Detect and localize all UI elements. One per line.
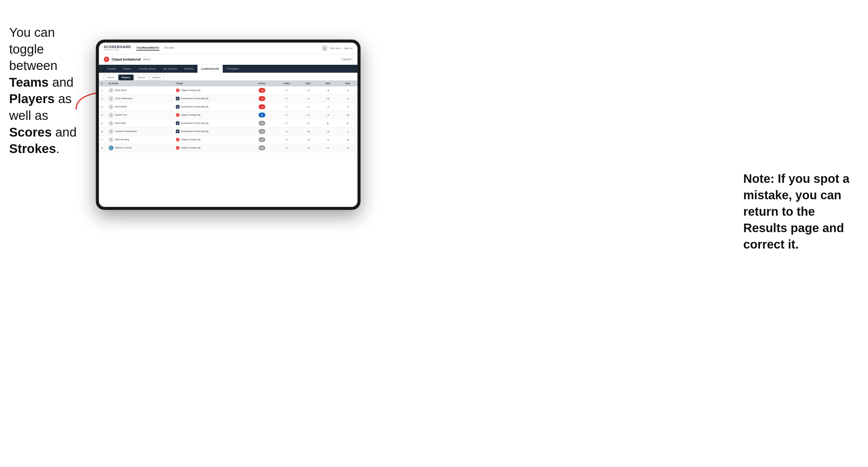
sub-tab-players[interactable]: Players xyxy=(118,74,133,80)
cell-player: Marcus Turners xyxy=(106,144,174,152)
svg-point-4 xyxy=(111,105,112,107)
tab-course-setup[interactable]: Course Setup xyxy=(135,65,159,73)
table-row: 2 Chris Robertson SScoreboard University… xyxy=(99,95,358,103)
cell-rd2: E xyxy=(318,119,338,127)
cell-total: -8 xyxy=(249,86,275,95)
svg-point-8 xyxy=(111,138,112,139)
svg-point-3 xyxy=(111,97,112,99)
cell-rd1: +2 xyxy=(299,136,318,144)
col-player: PLAYER xyxy=(106,81,174,86)
tab-tee-groups[interactable]: Tee Groups xyxy=(159,65,181,73)
team-logo: C xyxy=(176,138,180,142)
logo-text: SCOREBOARD xyxy=(104,45,131,49)
tablet-frame: SCOREBOARD Powered by clippd TOURNAMENTS… xyxy=(96,39,361,210)
sign-out-link[interactable]: Sign out xyxy=(344,47,352,50)
cell-team: CClippd College [A] xyxy=(174,86,249,95)
top-nav: SCOREBOARD Powered by clippd TOURNAMENTS… xyxy=(99,42,358,54)
cell-total: +11 xyxy=(249,144,275,152)
cell-thru: F xyxy=(275,111,299,119)
cell-total: -4 xyxy=(249,95,275,103)
team-logo: S xyxy=(176,130,180,133)
sub-tab-teams[interactable]: Teams xyxy=(104,74,118,80)
player-avatar xyxy=(108,113,114,118)
cell-rank: 7 xyxy=(99,136,106,144)
user-name: Test User | xyxy=(330,47,341,50)
cell-team: SScoreboard University [A] xyxy=(174,127,249,136)
leaderboard-table: # PLAYER TEAM TOTAL THRU RD1 RD2 RD3 1 E… xyxy=(99,81,358,207)
player-avatar xyxy=(108,121,114,126)
cell-thru: F xyxy=(275,95,299,103)
score-badge: E xyxy=(258,113,265,118)
cell-team: SScoreboard University [A] xyxy=(174,95,249,103)
score-badge: -4 xyxy=(258,96,265,101)
cell-total: +9 xyxy=(249,136,275,144)
cell-player: Rich Butler xyxy=(106,103,174,111)
team-logo: C xyxy=(176,89,180,92)
cell-rank: 5 xyxy=(99,119,106,127)
tournament-gender: (Men) xyxy=(143,58,150,61)
cancel-button[interactable]: Cancel × xyxy=(342,58,352,61)
cell-thru: F xyxy=(275,119,299,127)
cell-thru: F xyxy=(275,136,299,144)
score-badge: +9 xyxy=(258,137,265,142)
user-avatar xyxy=(322,45,328,51)
cell-rd1: +1 xyxy=(299,119,318,127)
cell-rank: 1 xyxy=(99,86,106,95)
tab-printables[interactable]: Printables xyxy=(223,65,243,73)
svg-point-2 xyxy=(111,89,112,90)
cell-rd3: -1 xyxy=(338,127,358,136)
score-badge: +11 xyxy=(258,146,265,150)
score-badge: -8 xyxy=(258,88,265,93)
col-total: TOTAL xyxy=(249,81,275,86)
col-rd1: RD1 xyxy=(299,81,318,86)
player-avatar xyxy=(108,137,114,142)
tournament-name: Clippd Invitational xyxy=(112,58,141,61)
cell-thru: F xyxy=(275,103,299,111)
col-thru: THRU xyxy=(275,81,299,86)
table-row: 7 Blair McHarg CClippd College [A] +9 F … xyxy=(99,136,358,144)
cell-total: +1 xyxy=(249,119,275,127)
team-logo: C xyxy=(176,113,180,117)
cell-rd3: -4 xyxy=(338,95,358,103)
cell-thru: F xyxy=(275,86,299,95)
cell-rank: 4 xyxy=(99,111,106,119)
cell-rd1: +5 xyxy=(299,127,318,136)
tab-details[interactable]: Details xyxy=(104,65,120,73)
tab-results[interactable]: Results xyxy=(181,65,197,73)
cell-player: Elliot Ebert xyxy=(106,86,174,95)
cell-thru: F xyxy=(275,127,299,136)
nav-tournaments[interactable]: TOURNAMENTS xyxy=(136,46,159,51)
cell-rd3: +6 xyxy=(338,136,358,144)
cell-rd2: -4 xyxy=(318,111,338,119)
cell-rd2: +1 xyxy=(318,136,338,144)
cell-player: Chris Robertson xyxy=(106,95,174,103)
cell-rd2: +7 xyxy=(318,144,338,152)
tab-teams[interactable]: Teams xyxy=(120,65,135,73)
tab-leaderboards[interactable]: Leaderboards xyxy=(197,65,223,73)
table-row: 3 Rich Butler SScoreboard University [A]… xyxy=(99,103,358,111)
cell-rd2: -6 xyxy=(318,86,338,95)
sub-tab-strokes[interactable]: Strokes xyxy=(149,74,164,80)
cell-team: CClippd College [A] xyxy=(174,111,249,119)
col-rank: # xyxy=(99,81,106,86)
team-logo: C xyxy=(176,146,180,150)
cell-total: +6 xyxy=(249,127,275,136)
team-logo: S xyxy=(176,97,180,100)
cell-rd2: +2 xyxy=(318,127,338,136)
table-row: 4 David Ford CClippd College [A] E F +1 … xyxy=(99,111,358,119)
table-header-row: # PLAYER TEAM TOTAL THRU RD1 RD2 RD3 xyxy=(99,81,358,86)
svg-point-7 xyxy=(111,130,112,131)
cell-player: Cameron Robertson xyxy=(106,127,174,136)
svg-point-1 xyxy=(324,48,325,49)
right-annotation: Note: If you spot a mistake, you can ret… xyxy=(743,170,859,252)
tournament-title: C Clippd Invitational (Men) xyxy=(104,57,150,62)
nav-teams[interactable]: TEAMS xyxy=(164,46,175,51)
sub-tab-scores[interactable]: Scores xyxy=(134,74,149,80)
nav-right: Test User | Sign out xyxy=(322,45,352,51)
svg-point-9 xyxy=(111,147,112,148)
cell-rank: 8 xyxy=(99,144,106,152)
svg-point-6 xyxy=(111,122,112,123)
cell-rd1: +3 xyxy=(299,86,318,95)
tournament-header: C Clippd Invitational (Men) Cancel × xyxy=(99,54,358,65)
cell-player: David Ford xyxy=(106,111,174,119)
